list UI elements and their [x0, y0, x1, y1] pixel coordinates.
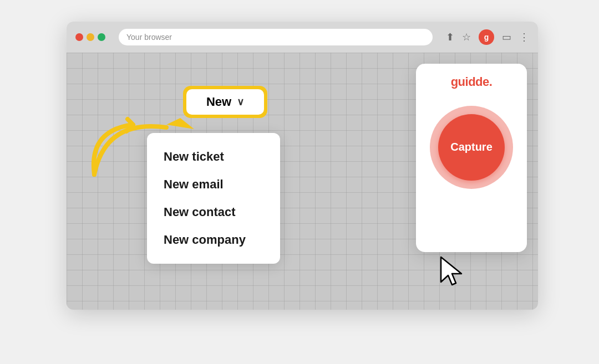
- traffic-light-yellow[interactable]: [87, 33, 94, 41]
- traffic-light-green[interactable]: [98, 33, 105, 41]
- arrow-svg: [78, 86, 200, 186]
- tab-icon[interactable]: ▭: [502, 31, 511, 43]
- scene: Your browser ⬆ ☆ g ▭ ⋮: [50, 22, 549, 343]
- capture-label: Capture: [450, 141, 493, 153]
- guidde-avatar-letter: g: [484, 33, 489, 42]
- star-icon[interactable]: ☆: [462, 31, 471, 43]
- share-icon[interactable]: ⬆: [446, 31, 454, 43]
- address-bar-text: Your browser: [126, 33, 172, 42]
- address-bar[interactable]: Your browser: [119, 29, 433, 45]
- svg-marker-0: [441, 257, 461, 285]
- browser-icons: ⬆ ☆ g ▭ ⋮: [446, 29, 529, 45]
- traffic-lights: [75, 33, 105, 41]
- dropdown-item-contact[interactable]: New contact: [164, 198, 263, 226]
- browser-content: New ∨ New ticket New email New contact N…: [67, 53, 538, 310]
- browser-window: Your browser ⬆ ☆ g ▭ ⋮: [67, 22, 538, 310]
- new-button-label: New: [206, 95, 231, 109]
- guidde-logo: guidde.: [451, 75, 493, 89]
- capture-button[interactable]: Capture: [438, 114, 505, 181]
- dropdown-item-company[interactable]: New company: [164, 226, 263, 254]
- chevron-down-icon: ∨: [237, 96, 244, 108]
- capture-button-outer: Capture: [430, 106, 513, 189]
- traffic-light-red[interactable]: [75, 33, 83, 41]
- cursor-icon: [438, 254, 466, 288]
- more-icon[interactable]: ⋮: [519, 31, 529, 43]
- guidde-avatar[interactable]: g: [479, 29, 494, 45]
- browser-toolbar: Your browser ⬆ ☆ g ▭ ⋮: [67, 22, 538, 53]
- guidde-card: guidde. Capture: [416, 64, 527, 252]
